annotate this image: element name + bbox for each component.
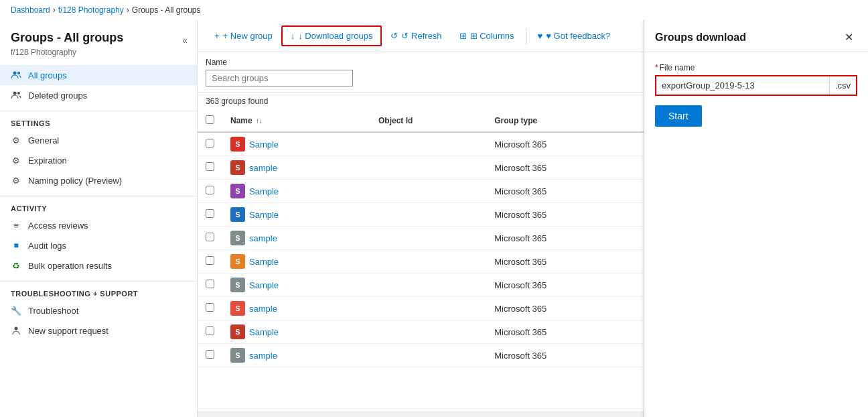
row-checkbox-cell[interactable]: [198, 156, 222, 180]
group-name-link[interactable]: S sample: [230, 160, 362, 175]
sidebar-item-new-support[interactable]: New support request: [0, 320, 197, 341]
sidebar-collapse-button[interactable]: «: [178, 32, 192, 48]
group-avatar: S: [230, 348, 245, 363]
row-checkbox-cell[interactable]: [198, 297, 222, 320]
row-group-type: Microsoft 365: [486, 180, 644, 203]
row-checkbox[interactable]: [206, 256, 214, 265]
group-avatar: S: [230, 207, 245, 222]
table-row: S Sample Microsoft 365: [198, 250, 644, 274]
group-avatar: S: [230, 231, 245, 245]
sidebar-item-naming-policy[interactable]: ⚙ Naming policy (Preview): [0, 170, 197, 190]
panel-header: Groups download ✕: [644, 20, 868, 52]
row-checkbox-cell[interactable]: [198, 227, 222, 250]
row-object-id: [370, 297, 486, 320]
svg-point-0: [13, 72, 17, 75]
row-checkbox[interactable]: [206, 350, 214, 359]
group-name-link[interactable]: S Sample: [230, 184, 362, 198]
row-group-type: Microsoft 365: [486, 156, 644, 180]
row-group-type: Microsoft 365: [486, 227, 644, 250]
new-group-button[interactable]: + + New group: [206, 26, 281, 46]
feedback-button[interactable]: ♥ ♥ Got feedback?: [529, 26, 620, 46]
filter-label: Name: [206, 58, 636, 67]
row-checkbox[interactable]: [206, 303, 214, 312]
sidebar-item-access-reviews[interactable]: ≡ Access reviews: [0, 215, 197, 235]
filename-input[interactable]: [656, 76, 829, 95]
sidebar-item-label: Troubleshoot: [28, 306, 78, 316]
row-checkbox[interactable]: [206, 280, 214, 288]
panel-body: *File name .csv Start: [644, 52, 868, 417]
sidebar-item-deleted-groups[interactable]: Deleted groups: [0, 85, 197, 105]
row-checkbox[interactable]: [206, 209, 214, 218]
breadcrumb-org[interactable]: f/128 Photography: [58, 5, 124, 15]
select-all-header[interactable]: [198, 110, 222, 132]
select-all-checkbox[interactable]: [206, 115, 214, 124]
row-object-id: [370, 132, 486, 156]
square-icon: ■: [11, 240, 21, 251]
group-name-link[interactable]: S sample: [230, 301, 362, 316]
breadcrumb-current: Groups - All groups: [132, 5, 201, 15]
group-name-link[interactable]: S Sample: [230, 278, 362, 292]
breadcrumb-dashboard[interactable]: Dashboard: [11, 5, 50, 15]
sidebar: Groups - All groups f/128 Photography « …: [0, 20, 198, 417]
columns-icon: ⊞: [459, 31, 467, 41]
row-checkbox-cell[interactable]: [198, 274, 222, 297]
row-name: S Sample: [222, 250, 370, 274]
columns-button[interactable]: ⊞ ⊞ Columns: [451, 26, 523, 46]
refresh-button[interactable]: ↺ ↺ Refresh: [382, 26, 450, 46]
row-object-id: [370, 203, 486, 227]
row-checkbox-cell[interactable]: [198, 250, 222, 274]
sidebar-item-expiration[interactable]: ⚙ Expiration: [0, 150, 197, 170]
close-panel-button[interactable]: ✕: [841, 29, 857, 45]
row-checkbox[interactable]: [206, 233, 214, 241]
svg-point-3: [17, 92, 20, 95]
row-checkbox-cell[interactable]: [198, 203, 222, 227]
filename-extension: .csv: [829, 76, 856, 95]
name-column-header[interactable]: Name ↑↓: [222, 110, 370, 132]
sidebar-item-bulk-operation[interactable]: ♻ Bulk operation results: [0, 255, 197, 276]
group-name-link[interactable]: S Sample: [230, 324, 362, 339]
row-checkbox[interactable]: [206, 186, 214, 194]
row-name: S sample: [222, 156, 370, 180]
sidebar-title: Groups - All groups: [0, 25, 197, 48]
group-name-link[interactable]: S sample: [230, 348, 362, 363]
group-avatar: S: [230, 254, 245, 269]
group-name-link[interactable]: S sample: [230, 231, 362, 245]
svg-point-2: [13, 92, 17, 95]
group-avatar: S: [230, 278, 245, 292]
gear-icon: ⚙: [11, 135, 21, 145]
group-avatar: S: [230, 324, 245, 339]
row-checkbox-cell[interactable]: [198, 344, 222, 367]
table-row: S sample Microsoft 365: [198, 227, 644, 250]
row-checkbox[interactable]: [206, 326, 214, 335]
gear-icon: ⚙: [11, 175, 21, 186]
filename-input-row: .csv: [655, 75, 857, 96]
group-name-text: sample: [249, 163, 277, 173]
download-groups-button[interactable]: ↓ ↓ Download groups: [281, 25, 382, 46]
sidebar-item-troubleshoot[interactable]: 🔧 Troubleshoot: [0, 300, 197, 320]
sidebar-item-general[interactable]: ⚙ General: [0, 130, 197, 150]
table-row: S sample Microsoft 365: [198, 344, 644, 367]
row-checkbox[interactable]: [206, 162, 214, 171]
row-checkbox-cell[interactable]: [198, 180, 222, 203]
group-name-text: sample: [249, 351, 277, 361]
group-name-link[interactable]: S Sample: [230, 207, 362, 222]
row-checkbox[interactable]: [206, 139, 214, 147]
row-checkbox-cell[interactable]: [198, 320, 222, 344]
download-label: ↓ Download groups: [298, 31, 372, 41]
row-checkbox-cell[interactable]: [198, 132, 222, 156]
svg-point-4: [15, 327, 18, 331]
required-star: *: [655, 63, 658, 72]
group-name-link[interactable]: S Sample: [230, 137, 362, 152]
start-button[interactable]: Start: [655, 105, 702, 127]
svg-point-1: [17, 72, 20, 74]
filename-field-label: *File name: [655, 63, 857, 72]
download-icon: ↓: [291, 31, 295, 41]
horizontal-scrollbar[interactable]: [198, 412, 644, 417]
row-group-type: Microsoft 365: [486, 297, 644, 320]
group-name-text: Sample: [249, 210, 279, 220]
sidebar-item-audit-logs[interactable]: ■ Audit logs: [0, 235, 197, 255]
search-input[interactable]: [206, 70, 353, 86]
sidebar-item-all-groups[interactable]: All groups: [0, 65, 197, 85]
row-group-type: Microsoft 365: [486, 320, 644, 344]
group-name-link[interactable]: S Sample: [230, 254, 362, 269]
